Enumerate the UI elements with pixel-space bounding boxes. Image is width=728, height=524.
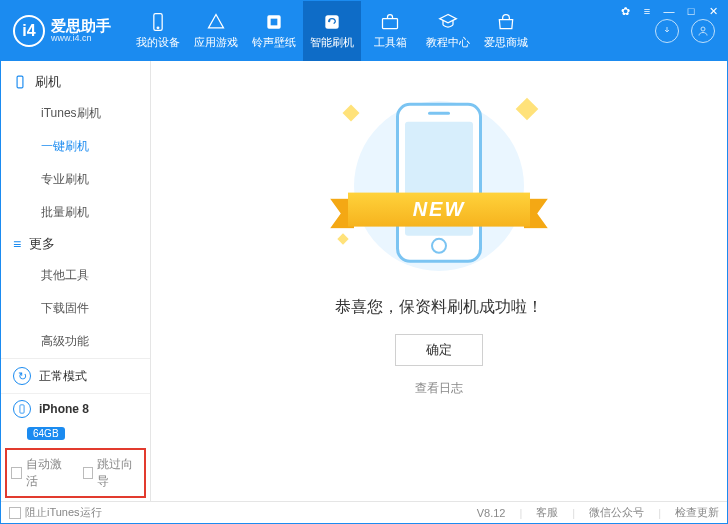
nav-apps[interactable]: 应用游戏: [187, 1, 245, 61]
nav-tutorial[interactable]: 教程中心: [419, 1, 477, 61]
device-storage-badge: 64GB: [27, 427, 65, 440]
mode-label: 正常模式: [39, 368, 87, 385]
sidebar-item-advanced[interactable]: 高级功能: [1, 325, 150, 358]
logo-icon: i4: [13, 15, 45, 47]
nav-label: 智能刷机: [310, 35, 354, 50]
success-illustration: NEW: [339, 91, 539, 281]
device-name: iPhone 8: [39, 402, 89, 416]
sidebar: 刷机 iTunes刷机 一键刷机 专业刷机 批量刷机 ≡ 更多 其他工具 下载固…: [1, 61, 151, 501]
success-message: 恭喜您，保资料刷机成功啦！: [335, 297, 543, 318]
nav-label: 应用游戏: [194, 35, 238, 50]
svg-rect-4: [325, 15, 338, 28]
user-icon[interactable]: [691, 19, 715, 43]
nav-smart-flash[interactable]: 智能刷机: [303, 1, 361, 61]
svg-rect-7: [17, 76, 23, 88]
nav-label: 我的设备: [136, 35, 180, 50]
sidebar-group-more[interactable]: ≡ 更多: [1, 229, 150, 259]
nav-ring-wall[interactable]: 铃声壁纸: [245, 1, 303, 61]
nav-label: 教程中心: [426, 35, 470, 50]
check-update-link[interactable]: 检查更新: [675, 505, 719, 520]
sidebar-item-download-fw[interactable]: 下载固件: [1, 292, 150, 325]
device-phone-icon: [13, 400, 31, 418]
sidebar-item-batch-flash[interactable]: 批量刷机: [1, 196, 150, 229]
support-link[interactable]: 客服: [536, 505, 558, 520]
close-icon[interactable]: ✕: [703, 3, 723, 19]
svg-rect-8: [20, 405, 24, 413]
refresh-icon: ↻: [13, 367, 31, 385]
main-nav: 我的设备 应用游戏 铃声壁纸 智能刷机 工具箱 教程中心 爱思商城: [129, 1, 535, 61]
window-controls: ✿ ≡ — □ ✕: [615, 3, 723, 19]
app-header: i4 爱思助手 www.i4.cn 我的设备 应用游戏 铃声壁纸 智能刷机 工具…: [1, 1, 727, 61]
phone-icon: [13, 75, 27, 89]
nav-label: 工具箱: [374, 35, 407, 50]
sidebar-group-title: 更多: [29, 235, 55, 253]
checkbox-label: 自动激活: [26, 456, 69, 490]
svg-point-6: [701, 27, 705, 31]
checkbox-block-itunes[interactable]: 阻止iTunes运行: [9, 505, 102, 520]
app-url: www.i4.cn: [51, 34, 111, 44]
sidebar-item-pro-flash[interactable]: 专业刷机: [1, 163, 150, 196]
svg-point-1: [157, 27, 159, 29]
sidebar-item-oneclick-flash[interactable]: 一键刷机: [1, 130, 150, 163]
sidebar-group-title: 刷机: [35, 73, 61, 91]
version-label: V8.12: [477, 507, 506, 519]
checkbox-icon: [83, 467, 94, 479]
maximize-icon[interactable]: □: [681, 3, 701, 19]
skin-icon[interactable]: ✿: [615, 3, 635, 19]
nav-label: 爱思商城: [484, 35, 528, 50]
wechat-link[interactable]: 微信公众号: [589, 505, 644, 520]
nav-my-device[interactable]: 我的设备: [129, 1, 187, 61]
sidebar-item-other-tools[interactable]: 其他工具: [1, 259, 150, 292]
minimize-icon[interactable]: —: [659, 3, 679, 19]
options-highlight: 自动激活 跳过向导: [5, 448, 146, 498]
sidebar-group-flash[interactable]: 刷机: [1, 67, 150, 97]
app-logo: i4 爱思助手 www.i4.cn: [1, 15, 129, 47]
ok-button[interactable]: 确定: [395, 334, 483, 366]
app-title: 爱思助手: [51, 18, 111, 35]
device-row[interactable]: iPhone 8: [1, 394, 150, 426]
checkbox-icon: [9, 507, 21, 519]
checkbox-icon: [11, 467, 22, 479]
sidebar-item-itunes-flash[interactable]: iTunes刷机: [1, 97, 150, 130]
main-content: NEW 恭喜您，保资料刷机成功啦！ 确定 查看日志: [151, 61, 727, 501]
nav-store[interactable]: 爱思商城: [477, 1, 535, 61]
view-log-link[interactable]: 查看日志: [415, 380, 463, 397]
checkbox-skip-guide[interactable]: 跳过向导: [83, 456, 141, 490]
nav-toolbox[interactable]: 工具箱: [361, 1, 419, 61]
nav-label: 铃声壁纸: [252, 35, 296, 50]
ribbon-text: NEW: [413, 198, 466, 221]
more-icon: ≡: [13, 236, 21, 252]
mode-indicator[interactable]: ↻ 正常模式: [1, 359, 150, 394]
svg-rect-5: [383, 19, 398, 29]
svg-rect-3: [271, 19, 278, 26]
checkbox-label: 跳过向导: [97, 456, 140, 490]
download-icon[interactable]: [655, 19, 679, 43]
checkbox-label: 阻止iTunes运行: [25, 505, 102, 520]
menu-icon[interactable]: ≡: [637, 3, 657, 19]
checkbox-auto-activate[interactable]: 自动激活: [11, 456, 69, 490]
status-bar: 阻止iTunes运行 V8.12 | 客服 | 微信公众号 | 检查更新: [1, 501, 727, 523]
